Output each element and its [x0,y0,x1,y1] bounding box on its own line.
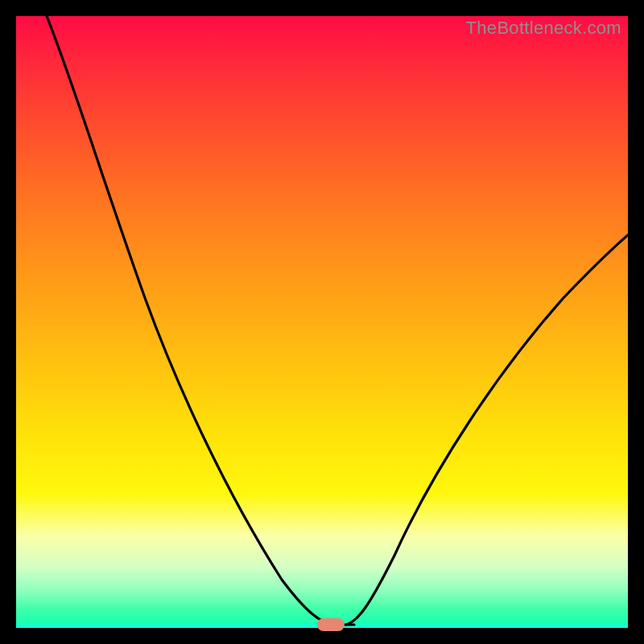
curve-right-branch [346,235,628,625]
bottleneck-curve [16,16,628,628]
chart-frame: TheBottleneck.com [0,0,644,644]
curve-left-branch [47,16,334,625]
optimal-marker [317,618,345,631]
plot-area: TheBottleneck.com [16,16,628,628]
